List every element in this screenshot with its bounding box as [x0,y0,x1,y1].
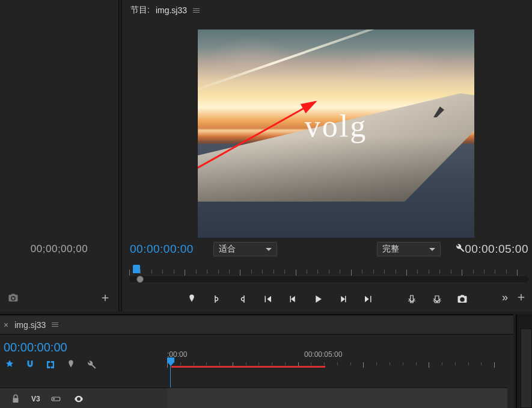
title-overlay-text: volg [198,108,474,144]
toggle-track-icon[interactable] [49,392,63,406]
program-tc-out: 00:00:05:00 [465,243,528,256]
eye-icon[interactable] [72,392,86,406]
program-playhead[interactable] [133,265,140,273]
program-label-name: img.sj33 [156,5,187,15]
menu-icon[interactable] [193,8,200,13]
side-panel-content[interactable] [521,329,532,408]
program-monitor[interactable]: volg [198,29,474,238]
step-back-icon[interactable] [286,292,300,306]
transport-extras: » [502,290,528,304]
transport-controls [122,289,532,309]
timeline-tools [4,359,97,371]
camera-icon[interactable] [6,291,20,305]
goto-out-icon[interactable] [361,292,376,306]
program-label-prefix: 节目: [130,5,150,16]
side-panel [516,314,532,408]
resolution-select[interactable]: 完整 [377,242,441,256]
magnet-icon[interactable] [24,359,36,371]
svg-rect-1 [52,397,60,401]
program-header: 节目: img.sj33 [130,5,200,16]
close-icon[interactable]: × [4,320,8,330]
lock-icon[interactable] [8,392,23,406]
timeline-tab-name[interactable]: img.sj33 [14,320,46,330]
track-header-v3[interactable]: V3 [0,388,167,408]
timeline-ruler[interactable]: :00:00 00:00:05:00 [167,350,507,362]
mark-in-icon[interactable] [210,292,224,306]
chevron-down-icon [266,248,272,251]
source-panel: 00;00;00;00 [0,0,119,312]
plus-icon[interactable] [98,291,112,305]
timeline-tabbar: × img.sj33 [0,315,513,335]
timeline-panel: × img.sj33 00:00:00:00 :00:00 00:00:05:0… [0,314,513,408]
timeline-timecode[interactable]: 00:00:00:00 [4,341,67,354]
program-tc-in[interactable]: 00:00:00:00 [130,243,194,256]
marker-icon[interactable] [185,292,199,306]
button-editor-plus-icon[interactable] [514,290,528,304]
zoom-fit-select[interactable]: 适合 [213,242,277,256]
chevron-down-icon [429,248,435,251]
play-icon[interactable] [311,292,325,306]
nest-icon[interactable] [4,359,16,371]
goto-in-icon[interactable] [260,292,275,306]
menu-icon[interactable] [52,323,58,327]
zoom-fit-value: 适合 [219,244,236,255]
export-frame-icon[interactable] [455,292,469,306]
resolution-value: 完整 [382,244,399,255]
step-fwd-icon[interactable] [336,292,350,306]
svg-rect-2 [53,398,54,400]
work-area-bar[interactable] [171,366,325,368]
track-body-v3[interactable] [167,388,507,408]
extract-icon[interactable] [430,292,444,306]
source-timecode: 00;00;00;00 [0,243,118,255]
ruler-label-1: 00:00:05:00 [304,350,342,359]
track-label: V3 [31,395,40,403]
lift-icon[interactable] [405,292,419,306]
marker-icon[interactable] [65,359,77,371]
wrench-icon[interactable] [85,359,97,371]
link-selection-icon[interactable] [44,359,57,371]
source-bottom-bar [0,291,118,304]
more-icon[interactable]: » [502,292,508,303]
mark-out-icon[interactable] [235,292,249,306]
program-zoom-scroll[interactable] [129,276,528,282]
program-panel: 节目: img.sj33 volg 00:00:00:00 适合 完整 00:0… [121,0,532,312]
ruler-label-0: :00:00 [167,350,187,359]
zoom-handle[interactable] [136,276,144,283]
